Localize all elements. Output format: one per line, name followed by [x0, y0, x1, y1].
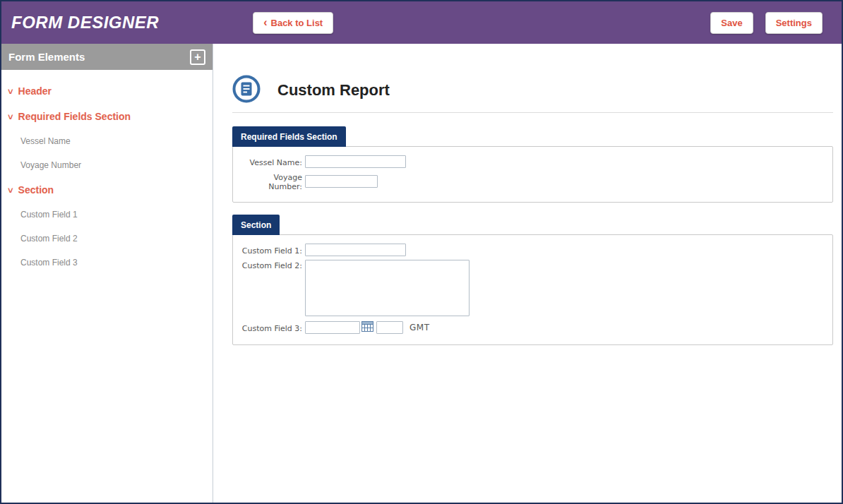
custom-field-3-date-input[interactable]	[305, 321, 360, 334]
section-panel: Custom Field 1: Custom Field 2: Custom F…	[232, 234, 833, 345]
tab-section[interactable]: Section	[232, 215, 280, 235]
custom-field-3-time-input[interactable]	[376, 321, 403, 334]
settings-button[interactable]: Settings	[765, 12, 823, 34]
page-title: Custom Report	[277, 81, 390, 100]
app-logo: FORM DESIGNER	[11, 13, 159, 32]
custom-field-1-label: Custom Field 1:	[241, 245, 302, 256]
sidebar-header: Form Elements +	[1, 44, 213, 70]
sidebar-group-section[interactable]: ˅ Section	[1, 177, 213, 203]
sidebar-header-title: Form Elements	[8, 51, 85, 63]
section-custom: Section Custom Field 1: Custom Field 2: …	[232, 215, 833, 345]
sidebar-item-vessel-name[interactable]: Vessel Name	[1, 129, 213, 153]
back-to-list-button[interactable]: ‹ Back to List	[253, 12, 333, 34]
body-row: Form Elements + ˅ Header ˅ Required Fiel…	[1, 44, 842, 503]
report-icon	[232, 75, 261, 106]
topbar: FORM DESIGNER ‹ Back to List Save Settin…	[1, 1, 842, 44]
report-header: Custom Report	[232, 75, 833, 113]
plus-icon: +	[194, 52, 201, 63]
custom-field-2-label: Custom Field 2:	[241, 260, 302, 270]
custom-field-1-input[interactable]	[305, 244, 406, 256]
voyage-number-label: Voyage Number:	[241, 172, 302, 191]
vessel-name-label: Vessel Name:	[241, 157, 302, 167]
field-row-custom-field-1: Custom Field 1:	[241, 244, 824, 256]
custom-field-2-textarea[interactable]	[305, 260, 470, 316]
field-row-custom-field-2: Custom Field 2:	[241, 260, 824, 316]
app-window: FORM DESIGNER ‹ Back to List Save Settin…	[0, 0, 843, 504]
chevron-down-icon: ˅	[8, 186, 13, 195]
topbar-actions: Save Settings	[710, 12, 823, 34]
section-required-fields: Required Fields Section Vessel Name: Voy…	[232, 126, 833, 203]
sidebar-item-custom-field-1[interactable]: Custom Field 1	[1, 203, 213, 227]
field-row-vessel-name: Vessel Name:	[241, 155, 824, 168]
vessel-name-input[interactable]	[305, 155, 406, 168]
tab-required-fields-section[interactable]: Required Fields Section	[232, 126, 346, 147]
sidebar-item-custom-field-3[interactable]: Custom Field 3	[1, 251, 213, 275]
form-area: Required Fields Section Vessel Name: Voy…	[232, 126, 833, 345]
calendar-icon	[361, 321, 373, 334]
sidebar-group-label: Section	[18, 184, 54, 196]
sidebar-group-label: Header	[18, 85, 52, 97]
chevron-down-icon: ˅	[8, 87, 13, 96]
field-row-voyage-number: Voyage Number:	[241, 172, 824, 191]
sidebar-group-required-fields[interactable]: ˅ Required Fields Section	[1, 104, 213, 129]
field-row-custom-field-3: Custom Field 3:	[241, 321, 824, 334]
required-fields-panel: Vessel Name: Voyage Number:	[232, 146, 833, 203]
sidebar-item-custom-field-2[interactable]: Custom Field 2	[1, 227, 213, 251]
chevron-left-icon: ‹	[263, 19, 267, 26]
sidebar-group-label: Required Fields Section	[18, 111, 131, 122]
gmt-label: GMT	[409, 323, 429, 332]
form-elements-sidebar: Form Elements + ˅ Header ˅ Required Fiel…	[1, 44, 213, 503]
voyage-number-input[interactable]	[305, 175, 378, 188]
back-to-list-label: Back to List	[271, 18, 323, 28]
chevron-down-icon: ˅	[8, 112, 13, 121]
calendar-picker-button[interactable]	[361, 321, 373, 334]
sidebar-item-voyage-number[interactable]: Voyage Number	[1, 153, 213, 177]
sidebar-group-header[interactable]: ˅ Header	[1, 78, 213, 104]
form-preview-area: Custom Report Required Fields Section Ve…	[213, 44, 842, 503]
add-element-button[interactable]: +	[190, 49, 205, 65]
save-button[interactable]: Save	[710, 12, 753, 34]
custom-field-3-label: Custom Field 3:	[241, 323, 302, 333]
element-tree: ˅ Header ˅ Required Fields Section Vesse…	[1, 70, 213, 275]
